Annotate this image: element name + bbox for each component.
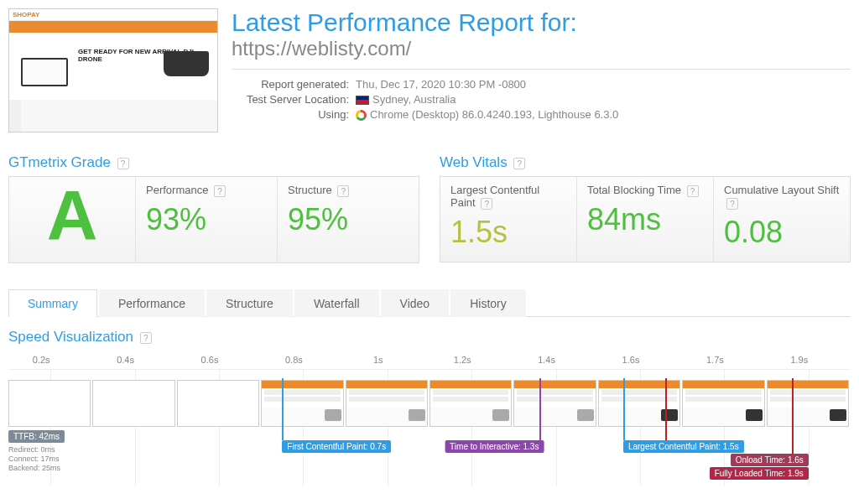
meta-using-label: Using: — [232, 108, 349, 121]
tick: 1.2s — [454, 355, 471, 365]
tick: 0.8s — [285, 355, 303, 365]
site-thumbnail[interactable]: SHOPAY GET READY FOR NEW ARRIVAL DJI DRO… — [8, 8, 218, 132]
grade-letter: A — [19, 180, 125, 251]
chrome-icon — [356, 110, 367, 121]
tab-history[interactable]: History — [450, 289, 526, 317]
tick: 1.7s — [706, 355, 724, 365]
tti-badge: Time to Interactive: 1.3s — [445, 440, 544, 453]
meta-location-value: Sydney, Australia — [372, 93, 456, 106]
meta-generated-value: Thu, Dec 17, 2020 10:30 PM -0800 — [356, 78, 526, 91]
tick: 1.9s — [790, 355, 808, 365]
tab-structure[interactable]: Structure — [206, 289, 293, 317]
fcp-badge: First Contentful Paint: 0.7s — [282, 440, 391, 453]
grade-section-title: GTmetrix Grade — [8, 154, 111, 170]
tbt-label: Total Blocking Time — [587, 184, 681, 196]
ttfb-badge: TTFB: 42ms — [8, 430, 65, 443]
tick: 0.6s — [201, 355, 219, 365]
structure-value: 95% — [288, 202, 409, 237]
tick: 1.6s — [622, 355, 640, 365]
tab-performance[interactable]: Performance — [99, 289, 205, 317]
lcp-label: Largest Contentful Paint — [450, 184, 539, 209]
tabs: Summary Performance Structure Waterfall … — [8, 288, 851, 317]
lcp-value: 1.5s — [450, 215, 566, 250]
vitals-section-title: Web Vitals — [440, 154, 508, 170]
help-icon[interactable]: ? — [481, 198, 492, 210]
performance-label: Performance — [146, 184, 208, 196]
lcp-badge: Largest Contentful Paint: 1.5s — [623, 440, 744, 453]
onload-badge: Onload Time: 1.6s — [731, 454, 809, 466]
full-badge: Fully Loaded Time: 1.9s — [710, 467, 809, 480]
tab-waterfall[interactable]: Waterfall — [294, 289, 379, 317]
help-icon[interactable]: ? — [513, 158, 525, 169]
meta-generated-label: Report generated: — [232, 78, 349, 91]
help-icon[interactable]: ? — [726, 198, 738, 210]
structure-label: Structure — [288, 184, 332, 196]
tbt-value: 84ms — [587, 202, 703, 237]
tab-summary[interactable]: Summary — [8, 289, 97, 317]
thumb-logo: SHOPAY — [13, 11, 39, 18]
cls-label: Cumulative Layout Shift — [724, 184, 839, 196]
performance-value: 93% — [146, 202, 267, 237]
help-icon[interactable]: ? — [337, 185, 349, 197]
help-icon[interactable]: ? — [117, 158, 129, 169]
report-title: Latest Performance Report for: — [232, 8, 851, 37]
tick: 1.4s — [538, 355, 555, 365]
tick: 0.4s — [117, 355, 134, 365]
flag-icon — [356, 96, 369, 105]
ttfb-breakdown: Redirect: 0ms Connect: 17ms Backend: 25m… — [8, 445, 60, 472]
tick: 0.2s — [33, 355, 50, 365]
report-url[interactable]: https://weblisty.com/ — [232, 37, 851, 60]
help-icon[interactable]: ? — [687, 185, 699, 197]
meta-using-value: Chrome (Desktop) 86.0.4240.193, Lighthou… — [370, 108, 618, 121]
help-icon[interactable]: ? — [214, 185, 226, 197]
meta-location-label: Test Server Location: — [232, 93, 349, 106]
tick: 1s — [373, 355, 383, 365]
speed-title: Speed Visualization — [8, 329, 133, 345]
help-icon[interactable]: ? — [140, 332, 152, 344]
cls-value: 0.08 — [724, 215, 840, 250]
speed-timeline: 0.2s 0.4s 0.6s 0.8s 1s 1.2s 1.4s 1.6s 1.… — [8, 369, 851, 486]
tab-video[interactable]: Video — [381, 289, 450, 317]
